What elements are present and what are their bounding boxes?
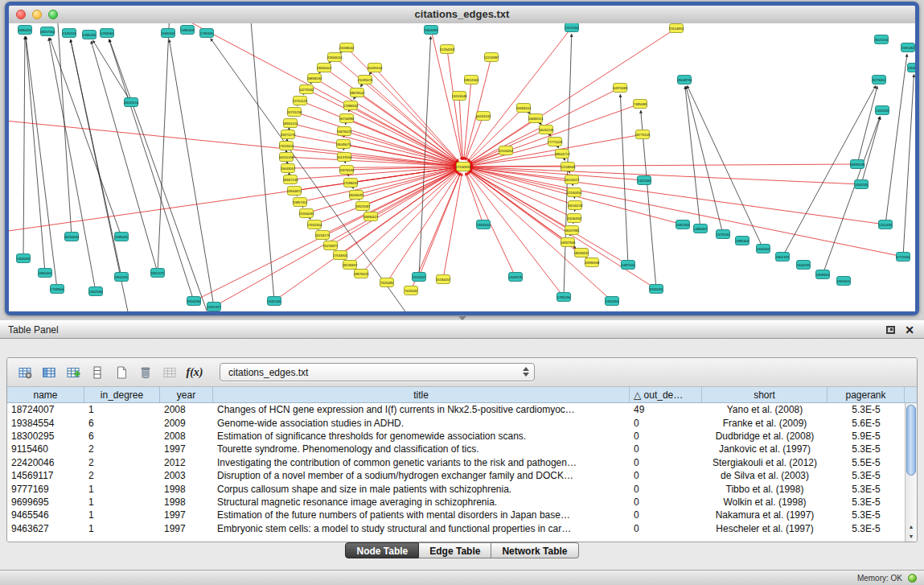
graph-node[interactable]: 2066345 xyxy=(162,29,175,38)
graph-node[interactable]: 1709564 xyxy=(51,285,64,294)
graph-node[interactable]: 17623410 xyxy=(279,142,294,150)
graph-node[interactable]: 1679130 xyxy=(717,230,730,239)
graph-node[interactable]: 1480403 xyxy=(181,26,195,35)
scroll-down-button[interactable]: ▼ xyxy=(906,532,917,542)
delete-table-icon[interactable] xyxy=(134,361,156,383)
graph-node[interactable]: 9021134 xyxy=(875,35,889,44)
graph-node[interactable]: 18059431 xyxy=(574,249,589,257)
graph-node[interactable]: 15876423 xyxy=(337,127,352,136)
row-tools-icon[interactable] xyxy=(86,361,108,383)
graph-node[interactable]: 18876542 xyxy=(350,89,365,97)
column-header-out-de-[interactable]: △ out_de… xyxy=(630,387,702,402)
graph-node[interactable]: 1902536 xyxy=(89,287,103,296)
table-row[interactable]: 969969511998Structural magnetic resonanc… xyxy=(7,496,905,509)
graph-node[interactable]: 18361414 xyxy=(283,119,298,128)
column-header-in-degree[interactable]: in_degree xyxy=(84,387,160,402)
column-header-name[interactable]: name xyxy=(7,387,84,402)
column-header-pagerank[interactable]: pagerank xyxy=(827,387,905,402)
graph-node[interactable]: 18456091 xyxy=(349,191,364,200)
graph-node[interactable]: 1920453 xyxy=(606,297,619,306)
graph-node[interactable]: 1801325 xyxy=(776,253,790,262)
tab-node-table[interactable]: Node Table xyxy=(345,542,419,558)
graph-node[interactable]: 1809653 xyxy=(816,270,830,279)
graph-node[interactable]: 1321640 xyxy=(638,176,651,185)
graph-node[interactable]: 1924501 xyxy=(837,277,851,286)
graph-node[interactable]: 22160354 xyxy=(567,188,582,197)
column-header-short[interactable]: short xyxy=(702,387,827,402)
graph-node[interactable]: 17534941 xyxy=(333,251,348,260)
graph-node[interactable]: 17986532 xyxy=(343,101,359,110)
table-row[interactable]: 2242004622012Investigating the contribut… xyxy=(7,456,905,469)
graph-node[interactable]: 1294060 xyxy=(101,29,114,38)
graph-node[interactable]: 16261532 xyxy=(476,112,491,121)
graph-node[interactable]: 2041357 xyxy=(207,303,221,311)
select-columns-icon[interactable] xyxy=(38,361,60,383)
graph-node[interactable]: 1604235 xyxy=(797,261,811,270)
new-file-icon[interactable] xyxy=(110,361,132,383)
graph-node[interactable]: 5901531 xyxy=(115,273,129,282)
graph-node[interactable]: 2426203 xyxy=(63,29,76,38)
graph-node[interactable]: 19876523 xyxy=(354,270,369,278)
graph-node[interactable]: 9245031 xyxy=(650,285,663,294)
graph-node[interactable]: 19565407 xyxy=(317,64,332,72)
graph-node[interactable]: 16201459 xyxy=(279,153,294,162)
graph-node[interactable]: 16016218 xyxy=(568,201,583,210)
graph-node[interactable]: 19045673 xyxy=(336,140,351,149)
scroll-up-button[interactable]: ▲ xyxy=(906,522,917,532)
graph-node[interactable]: 1860452 xyxy=(39,269,52,278)
graph-node[interactable]: 20996338 xyxy=(585,258,600,267)
close-window-button[interactable] xyxy=(16,10,26,19)
graph-node[interactable]: 12108345 xyxy=(561,163,576,171)
graph-node[interactable]: 12103452 xyxy=(499,146,514,155)
graph-node[interactable]: 2680631 xyxy=(18,26,32,35)
minimize-window-button[interactable] xyxy=(32,10,42,19)
column-header-title[interactable]: title xyxy=(213,387,630,402)
graph-node[interactable]: 21093476 xyxy=(358,76,373,84)
graph-node[interactable]: 7485083 xyxy=(634,100,647,109)
graph-node[interactable]: 17240931 xyxy=(456,163,471,171)
graph-node[interactable]: 15993185 xyxy=(850,160,865,169)
graph-node[interactable]: 1405326 xyxy=(876,106,889,115)
graph-node[interactable]: 1572234 xyxy=(565,23,579,32)
tab-edge-table[interactable]: Edge Table xyxy=(419,542,491,558)
graph-node[interactable]: 18858192 xyxy=(307,74,322,83)
graph-node[interactable]: 13201648 xyxy=(452,92,467,101)
window-titlebar[interactable]: citations_edges.txt xyxy=(9,6,915,24)
edit-columns-icon[interactable] xyxy=(62,361,84,383)
graph-node[interactable]: 1686490 xyxy=(83,31,97,39)
graph-node[interactable]: 20250634 xyxy=(64,233,80,241)
graph-node[interactable]: 1480567 xyxy=(694,225,708,233)
graph-node[interactable]: 20731258 xyxy=(287,108,302,117)
graph-node[interactable]: 15184457 xyxy=(436,275,451,284)
column-settings-icon[interactable] xyxy=(14,361,35,383)
table-row[interactable]: 1872400712008Changes of HCN gene express… xyxy=(7,403,905,416)
graph-node[interactable]: 16016427 xyxy=(565,175,580,184)
graph-node[interactable]: 1785230 xyxy=(557,293,571,302)
scrollbar-thumb[interactable] xyxy=(906,405,916,476)
graph-node[interactable]: 22068042 xyxy=(339,43,355,52)
graph-node[interactable]: 17652304 xyxy=(307,220,322,229)
graph-node[interactable]: 16031245 xyxy=(539,126,554,134)
graph-node[interactable]: 2516094 xyxy=(187,297,201,306)
graph-node[interactable]: 14275342 xyxy=(299,85,314,94)
graph-node[interactable]: 18057982 xyxy=(565,226,580,235)
graph-node[interactable]: 21844024 xyxy=(327,53,343,62)
graph-node[interactable]: 1210435 xyxy=(879,220,893,229)
graph-node[interactable]: 1681354 xyxy=(676,220,690,229)
graph-node[interactable]: 18135847 xyxy=(343,261,358,270)
network-canvas[interactable]: 1724093122068042218440241956540718858192… xyxy=(9,23,915,311)
network-graph-svg[interactable]: 1724093122068042218440241956540718858192… xyxy=(9,23,915,311)
graph-node[interactable]: 1985304 xyxy=(736,237,749,245)
graph-node[interactable]: 14957946 xyxy=(561,238,576,247)
graph-node[interactable]: 20857311 xyxy=(293,198,308,207)
graph-node[interactable]: 9273451 xyxy=(873,76,886,84)
tab-network-table[interactable]: Network Table xyxy=(491,542,578,558)
graph-node[interactable]: 15234871 xyxy=(323,241,339,250)
graph-node[interactable]: 20040352 xyxy=(567,214,582,223)
graph-node[interactable]: 1790531 xyxy=(200,29,214,38)
table-row[interactable]: 1938455462009Genome-wide association stu… xyxy=(7,416,905,429)
graph-node[interactable]: 1591482 xyxy=(901,43,915,52)
table-row[interactable]: 977716911998Corpus callosum shape and si… xyxy=(7,482,905,495)
graph-node[interactable]: 19371276 xyxy=(281,130,296,139)
graph-node[interactable]: 5901375 xyxy=(151,269,165,278)
